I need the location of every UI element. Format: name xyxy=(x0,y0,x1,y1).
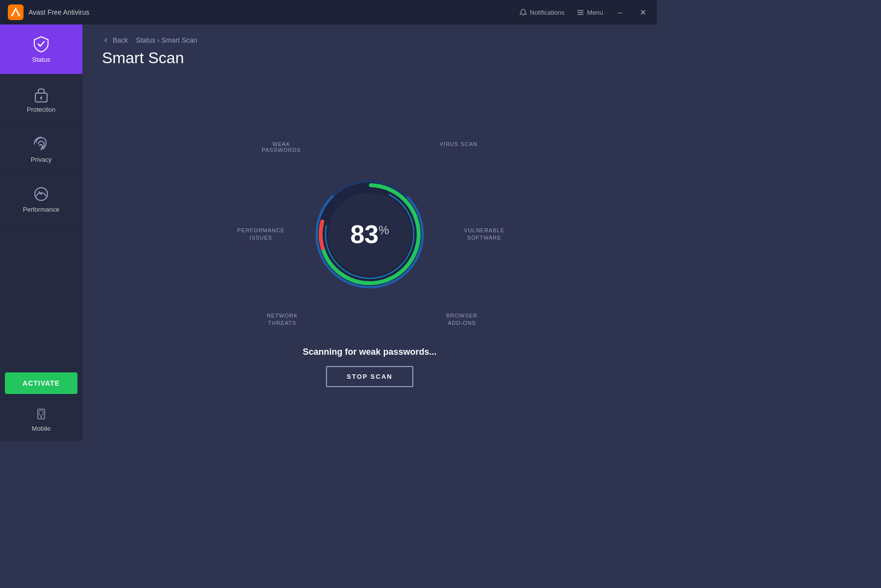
menu-icon xyxy=(577,8,584,16)
breadcrumb: Back Status › Smart Scan xyxy=(82,24,657,49)
scan-area: WEAKPASSWORDS VIRUS SCAN PERFORMANCEISSU… xyxy=(82,77,657,441)
titlebar-controls: Notifications Menu – ✕ xyxy=(519,7,649,18)
back-label: Back xyxy=(113,36,128,44)
sidebar-item-mobile[interactable]: Mobile xyxy=(0,399,82,441)
fingerprint-icon xyxy=(32,135,50,153)
sidebar-status-label: Status xyxy=(32,56,50,63)
sidebar-item-status[interactable]: Status xyxy=(0,24,82,74)
notifications-label: Notifications xyxy=(530,9,565,16)
sidebar-performance-label: Performance xyxy=(23,206,59,213)
scan-percentage: 83% xyxy=(350,221,389,247)
breadcrumb-path: Status › Smart Scan xyxy=(136,36,197,44)
sidebar-privacy-label: Privacy xyxy=(31,156,52,163)
label-vulnerable-software: VULNERABLESOFTWARE xyxy=(464,226,504,242)
scan-status-text: Scanning for weak passwords... xyxy=(302,347,436,357)
stop-scan-button[interactable]: STOP SCAN xyxy=(326,366,413,387)
sidebar-item-performance[interactable]: Performance xyxy=(0,174,82,224)
speedometer-icon xyxy=(32,185,50,203)
menu-button[interactable]: Menu xyxy=(577,8,604,16)
lock-icon xyxy=(32,85,50,103)
app-logo-area: Avast Free Antivirus xyxy=(8,4,89,20)
activate-button[interactable]: ACTIVATE xyxy=(5,372,77,394)
back-arrow-icon xyxy=(102,36,110,44)
scan-diagram: WEAKPASSWORDS VIRUS SCAN PERFORMANCEISSU… xyxy=(232,131,507,337)
minimize-button[interactable]: – xyxy=(615,7,625,18)
menu-label: Menu xyxy=(587,9,604,16)
bell-icon xyxy=(519,8,527,16)
scan-circle-chart: 83% xyxy=(311,175,428,293)
label-network-threats: NETWORKTHREATS xyxy=(267,312,298,327)
label-weak-passwords: WEAKPASSWORDS xyxy=(262,141,301,153)
svg-point-7 xyxy=(40,97,42,98)
content-area: Back Status › Smart Scan Smart Scan WEAK… xyxy=(82,24,657,441)
svg-point-11 xyxy=(41,194,42,195)
shield-check-icon xyxy=(32,35,50,53)
sidebar-mobile-label: Mobile xyxy=(32,425,50,432)
sidebar-protection-label: Protection xyxy=(27,106,56,113)
svg-rect-14 xyxy=(39,411,43,415)
label-performance-issues: PERFORMANCEISSUES xyxy=(237,226,285,242)
mobile-icon xyxy=(35,408,47,422)
label-virus-scan: VIRUS SCAN xyxy=(440,141,478,147)
sidebar-item-privacy[interactable]: Privacy xyxy=(0,124,82,174)
avast-logo-icon xyxy=(8,4,24,20)
notifications-button[interactable]: Notifications xyxy=(519,8,565,16)
scan-percent-value: 83% xyxy=(350,220,389,248)
titlebar: Avast Free Antivirus Notifications Menu … xyxy=(0,0,657,24)
scan-status: Scanning for weak passwords... STOP SCAN xyxy=(302,347,436,387)
sidebar: Status Protection xyxy=(0,24,82,441)
sidebar-item-protection[interactable]: Protection xyxy=(0,74,82,124)
close-button[interactable]: ✕ xyxy=(637,7,649,18)
page-title: Smart Scan xyxy=(82,49,657,77)
svg-point-13 xyxy=(41,416,42,417)
back-button[interactable]: Back xyxy=(102,36,128,44)
app-name-label: Avast Free Antivirus xyxy=(28,8,89,16)
label-browser-addons: BROWSERADD-ONS xyxy=(446,312,478,327)
main-layout: Status Protection xyxy=(0,24,657,441)
